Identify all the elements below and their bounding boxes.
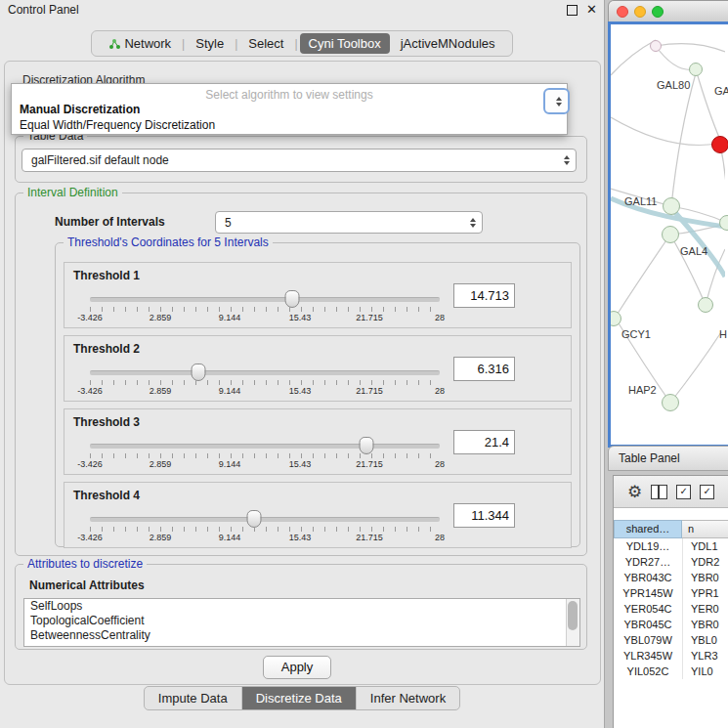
cell: YDL1 — [682, 538, 728, 554]
number-of-intervals-combo[interactable]: 5 — [215, 211, 483, 234]
table-window: ⚙ ✓ ✓ shared… n YDL19…YDL1 YDR27…YDR2 YB… — [613, 475, 728, 728]
table-data-group: Table Data galFiltered.sif default node — [15, 136, 587, 183]
threshold-4-value-field[interactable] — [453, 503, 515, 528]
table-row[interactable]: YBR045CYBR0 — [614, 617, 728, 632]
tab-jactivemnodules[interactable]: jActiveMNodules — [392, 33, 504, 54]
network-node[interactable] — [662, 394, 679, 411]
table-data-combo-value: galFiltered.sif default node — [31, 153, 169, 167]
table-data-combo[interactable]: galFiltered.sif default node — [21, 149, 577, 172]
slider-thumb[interactable] — [191, 364, 205, 381]
cell: YPR1 — [682, 585, 728, 601]
attributes-group-title: Attributes to discretize — [23, 557, 147, 571]
table-row[interactable]: YPR145WYPR1 — [614, 585, 728, 601]
node-label: GAL4 — [680, 245, 707, 257]
gear-icon[interactable]: ⚙ — [627, 484, 642, 500]
tab-impute-data[interactable]: Impute Data — [145, 687, 242, 709]
threshold-3-slider[interactable] — [90, 444, 440, 449]
control-panel-tabbar: Network | Style | Select | Cyni Toolbox … — [0, 30, 604, 57]
numerical-attributes-list[interactable]: SelfLoops TopologicalCoefficient Between… — [23, 598, 580, 647]
tick-label: -3.426 — [77, 313, 103, 322]
network-node[interactable] — [663, 197, 680, 215]
cyni-toolbox-panel: Discretization Algorithm Select algorith… — [4, 61, 601, 685]
table-row[interactable]: YBR043CYBR0 — [614, 570, 728, 585]
slider-thumb[interactable] — [359, 437, 373, 454]
cell: YIL052C — [614, 664, 682, 679]
node-label: GCY1 — [621, 328, 651, 340]
network-node[interactable] — [698, 297, 713, 313]
attributes-group: Attributes to discretize Numerical Attri… — [15, 564, 587, 650]
tick-label: 21.715 — [356, 386, 383, 396]
list-item[interactable]: BetweennessCentrality — [24, 628, 579, 643]
column-header-name[interactable]: n — [682, 520, 728, 538]
tab-divider: | — [235, 37, 237, 51]
threshold-3-value-field[interactable] — [453, 430, 515, 454]
threshold-2-box: Threshold 2 -3.426 2.859 9.144 15.43 21.… — [64, 335, 572, 402]
column-header-shared-name[interactable]: shared… — [614, 520, 682, 538]
network-node[interactable] — [650, 40, 662, 52]
list-item[interactable]: SelfLoops — [24, 599, 579, 614]
tab-network[interactable]: Network — [100, 33, 180, 54]
float-window-icon[interactable] — [567, 5, 578, 16]
cell: YER054C — [614, 601, 682, 617]
slider-ticks — [90, 307, 441, 312]
network-window-titlebar[interactable] — [608, 0, 728, 21]
network-node[interactable] — [719, 215, 728, 231]
dropdown-option-manual-discretization[interactable]: Manual Discretization — [12, 102, 567, 117]
tab-infer-network[interactable]: Infer Network — [357, 687, 459, 709]
threshold-2-value-field[interactable] — [453, 357, 515, 381]
table-row[interactable]: YBL079WYBL0 — [614, 632, 728, 648]
table-row[interactable]: YDL19…YDL1 — [614, 538, 728, 554]
updown-arrows-icon — [556, 97, 562, 107]
list-scrollbar[interactable] — [566, 599, 579, 646]
tick-label: 28 — [435, 533, 445, 542]
table-body: YDL19…YDL1 YDR27…YDR2 YBR043CYBR0 YPR145… — [614, 538, 728, 679]
slider-thumb[interactable] — [284, 290, 299, 308]
network-icon — [108, 38, 120, 50]
close-window-icon[interactable]: ✕ — [586, 2, 597, 17]
select-all-checkbox-icon[interactable]: ✓ — [676, 485, 691, 499]
close-traffic-light-icon[interactable] — [617, 6, 628, 18]
scrollbar-thumb[interactable] — [568, 601, 578, 630]
tab-label: jActiveMNodules — [401, 36, 495, 51]
tab-cyni-toolbox[interactable]: Cyni Toolbox — [300, 33, 390, 54]
threshold-1-value-field[interactable] — [453, 283, 515, 308]
columns-icon[interactable] — [651, 485, 667, 499]
slider-ticks — [90, 453, 441, 458]
tick-label: 9.144 — [219, 533, 241, 542]
table-row[interactable]: YLR345WYLR3 — [614, 648, 728, 664]
list-item[interactable]: TopologicalCoefficient — [24, 614, 579, 628]
number-of-intervals-value: 5 — [225, 216, 232, 230]
zoom-traffic-light-icon[interactable] — [652, 6, 664, 18]
numerical-attributes-label: Numerical Attributes — [29, 578, 145, 592]
tick-label: 28 — [435, 313, 445, 322]
select-checkbox-icon[interactable]: ✓ — [700, 485, 714, 499]
minimize-traffic-light-icon[interactable] — [634, 6, 646, 18]
node-label: GA — [714, 85, 728, 97]
tab-style[interactable]: Style — [187, 33, 233, 54]
network-node[interactable] — [662, 226, 679, 243]
tab-discretize-data[interactable]: Discretize Data — [242, 687, 357, 709]
slider-ticks — [90, 527, 441, 532]
table-panel-titlebar[interactable]: Table Panel — [608, 446, 728, 471]
tick-label: 2.859 — [150, 313, 172, 322]
table-row[interactable]: YER054CYER0 — [614, 601, 728, 617]
apply-button[interactable]: Apply — [263, 656, 331, 679]
cell: YBL0 — [682, 632, 728, 648]
threshold-4-slider[interactable] — [90, 517, 440, 522]
table-header-row: shared… n — [614, 520, 728, 538]
slider-thumb[interactable] — [247, 510, 262, 528]
algorithm-combo-stepper[interactable] — [543, 88, 570, 114]
network-view-window: GAL80 GA GAL11 GAL4 GCY1 HAP2 H — [608, 0, 728, 442]
network-canvas[interactable]: GAL80 GA GAL11 GAL4 GCY1 HAP2 H — [608, 21, 728, 448]
cell: YBR043C — [614, 570, 682, 585]
network-node[interactable] — [689, 63, 703, 76]
threshold-1-slider[interactable] — [90, 297, 440, 302]
network-node-selected[interactable] — [711, 136, 728, 153]
table-row[interactable]: YIL052CYIL0 — [614, 664, 728, 679]
tick-label: 9.144 — [219, 386, 241, 396]
table-row[interactable]: YDR27…YDR2 — [614, 554, 728, 570]
threshold-2-slider[interactable] — [90, 370, 440, 375]
tick-label: 2.859 — [150, 459, 172, 469]
tab-select[interactable]: Select — [239, 33, 292, 54]
dropdown-option-equal-width-frequency[interactable]: Equal Width/Frequency Discretization — [12, 117, 567, 133]
